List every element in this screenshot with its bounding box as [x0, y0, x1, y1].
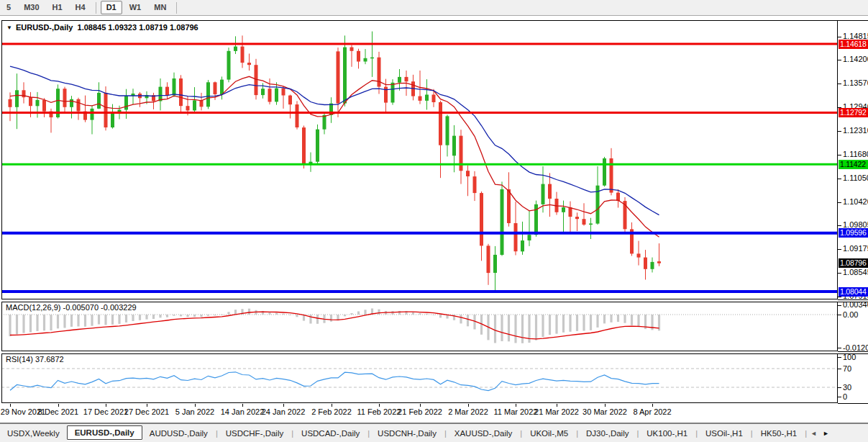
- date-axis-label: 2 Feb 2022: [311, 407, 352, 416]
- mt4-window: 5M30H1H4D1W1MN ▼EURUSD-,Daily 1.08845 1.…: [0, 0, 868, 442]
- date-axis-label: 11 Feb 2022: [357, 407, 401, 416]
- tab-usdchf[interactable]: USDCHF-,Daily: [219, 426, 291, 441]
- price-axis-label: 1.13570: [843, 78, 868, 88]
- tab-dj30[interactable]: DJ30-,Daily: [579, 426, 636, 441]
- rsi-axis-label: 0: [843, 392, 847, 402]
- price-axis-label: 1.09175: [843, 244, 868, 253]
- date-tick-mark: [242, 404, 243, 407]
- chart-title-symbol: EURUSD-,Daily: [16, 23, 73, 32]
- date-axis-label: 30 Mar 2022: [583, 407, 627, 416]
- tab-usdcad[interactable]: USDCAD-,Daily: [294, 426, 367, 441]
- date-tick-mark: [147, 404, 147, 407]
- axis-tick-mark: [838, 297, 841, 297]
- panel-border-segment: [838, 353, 868, 354]
- axis-tick-mark: [838, 387, 841, 388]
- toolbar-separator: [96, 2, 96, 14]
- date-tick-mark: [10, 404, 11, 407]
- tab-scroll-right-icon[interactable]: ►: [820, 428, 832, 438]
- date-tick-mark: [58, 404, 59, 407]
- timeframe-button-mn[interactable]: MN: [148, 1, 172, 14]
- axis-tick-mark: [838, 273, 841, 274]
- date-axis-label: 5 Jan 2022: [175, 407, 214, 416]
- symbol-dropdown-icon[interactable]: ▼: [6, 24, 12, 31]
- date-tick-mark: [468, 404, 469, 407]
- price-level-badge: 1.11422: [839, 160, 868, 169]
- timeframe-button-h4[interactable]: H4: [70, 1, 91, 14]
- timeframe-button-m30[interactable]: M30: [18, 1, 45, 14]
- axis-tick-mark: [838, 84, 841, 84]
- rsi-axis-label: 70: [843, 364, 851, 374]
- date-axis-label: 24 Jan 2022: [262, 407, 306, 416]
- date-axis-label: 2 Mar 2022: [448, 407, 488, 416]
- date-axis-label: 17 Dec 2021: [83, 407, 128, 416]
- date-axis-label: 11 Mar 2022: [494, 407, 538, 416]
- panel-border-segment: [838, 302, 868, 302]
- axis-tick-mark: [838, 249, 841, 250]
- tab-ukoil[interactable]: UKOil-,M5: [523, 426, 575, 441]
- date-tick-mark: [379, 404, 380, 407]
- price-level-badge: 1.14618: [839, 40, 868, 49]
- axis-tick-mark: [838, 155, 841, 155]
- timeframe-button-w1[interactable]: W1: [124, 1, 147, 14]
- date-tick-mark: [516, 404, 516, 407]
- chart-tab-bar: USDX,WeeklyEURUSD-,DailyAUDUSD-,Daily|US…: [0, 423, 868, 442]
- panel-border-segment: [838, 299, 868, 300]
- axis-tick-mark: [838, 348, 841, 348]
- axis-tick-mark: [838, 357, 841, 358]
- date-axis-label: 8 Dec 2021: [38, 407, 78, 416]
- timeframe-toolbar: 5M30H1H4D1W1MN: [0, 0, 868, 16]
- axis-tick-mark: [838, 369, 841, 369]
- date-tick-mark: [332, 404, 332, 407]
- tab-hk50[interactable]: HK50-,H1: [754, 426, 805, 441]
- date-tick-mark: [283, 404, 284, 407]
- macd-axis-label: 0.00: [843, 310, 858, 320]
- tab-scroll-left-icon[interactable]: ◄: [808, 428, 820, 438]
- date-axis-label: 21 Feb 2022: [398, 407, 442, 416]
- rsi-axis-label: 30: [843, 383, 851, 392]
- date-tick-mark: [652, 404, 653, 407]
- tab-eurusd[interactable]: EURUSD-,Daily: [67, 425, 142, 440]
- date-axis-label: 27 Dec 2021: [124, 407, 169, 416]
- price-axis-label: 1.10420: [843, 197, 868, 207]
- macd-indicator-label: MACD(12,26,9) -0.005070 -0.003229: [6, 303, 137, 312]
- price-level-badge: 1.12792: [839, 108, 868, 117]
- price-axis-label: 1.14200: [843, 55, 868, 64]
- chart-title: ▼EURUSD-,Daily 1.08845 1.09323 1.08719 1…: [6, 23, 198, 32]
- rsi-indicator-label: RSI(14) 37.6872: [6, 355, 64, 364]
- tab-audusd[interactable]: AUDUSD-,Daily: [142, 426, 215, 441]
- price-level-badge: 1.08044: [839, 287, 868, 297]
- price-axis-label: 1.08545: [843, 268, 868, 277]
- price-axis-label: 1.11050: [843, 173, 868, 183]
- date-axis-label: 8 Apr 2022: [633, 407, 671, 416]
- axis-tick-mark: [838, 315, 841, 315]
- tab-uk100[interactable]: UK100-,H1: [639, 426, 695, 441]
- toolbar-separator: [176, 2, 177, 14]
- axis-tick-mark: [838, 37, 841, 37]
- timeframe-button-h1[interactable]: H1: [47, 1, 68, 14]
- price-level-badge: 1.08796: [839, 258, 868, 268]
- price-level-badge: 1.09596: [839, 228, 868, 238]
- date-tick-mark: [420, 404, 421, 407]
- panel-border-segment: [838, 20, 868, 21]
- axis-tick-mark: [838, 305, 841, 306]
- tab-xauusd[interactable]: XAUUSD-,Daily: [447, 426, 520, 441]
- date-tick-mark: [605, 404, 606, 407]
- price-axis-label: 1.12310: [843, 126, 868, 135]
- axis-tick-mark: [838, 179, 841, 179]
- axis-tick-mark: [838, 202, 841, 203]
- date-tick-mark: [195, 404, 196, 407]
- axis-tick-mark: [838, 397, 841, 397]
- panel-border-segment: [838, 351, 868, 352]
- rsi-panel[interactable]: [1, 353, 838, 403]
- date-tick-mark: [106, 404, 106, 407]
- main-chart-panel[interactable]: [1, 20, 838, 299]
- tab-usdcnh[interactable]: USDCNH-,Daily: [370, 426, 444, 441]
- timeframe-button-5[interactable]: 5: [1, 1, 17, 14]
- panel-border-segment: [838, 403, 868, 404]
- timeframe-button-d1[interactable]: D1: [101, 1, 122, 14]
- date-tick-mark: [557, 404, 557, 407]
- date-axis-label: 14 Jan 2022: [221, 407, 265, 416]
- tab-usdx[interactable]: USDX,Weekly: [0, 426, 67, 441]
- tab-usoil[interactable]: USOil-,H1: [698, 426, 750, 441]
- price-axis-label: 1.11680: [843, 150, 868, 159]
